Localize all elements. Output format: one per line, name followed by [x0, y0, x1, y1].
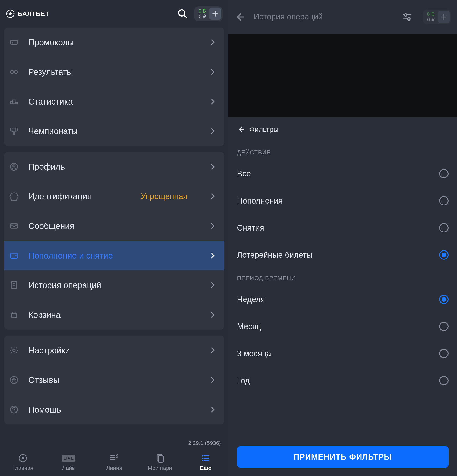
- filters-header[interactable]: Фильтры: [237, 125, 449, 134]
- menu-item-reviews[interactable]: Отзывы: [4, 365, 224, 395]
- option-label: Снятия: [237, 223, 264, 232]
- menu-item-stats[interactable]: Статистика: [4, 87, 224, 116]
- option-year[interactable]: Год: [237, 367, 449, 394]
- menu-item-label: Чемпионаты: [28, 127, 200, 136]
- menu-group: ПромокодыРезультатыСтатистикаЧемпионаты: [4, 27, 224, 146]
- option-wd[interactable]: Снятия: [237, 214, 449, 241]
- arrow-left-icon: [234, 12, 245, 22]
- section-action-label: ДЕЙСТВИЕ: [237, 149, 449, 156]
- menu-item-results[interactable]: Результаты: [4, 57, 224, 87]
- wallet-icon: [8, 250, 20, 262]
- glasses-icon: [8, 66, 20, 78]
- option-label: Год: [237, 376, 250, 385]
- trophy-icon: [8, 125, 20, 137]
- tab-more[interactable]: Еще: [183, 448, 228, 476]
- option-week[interactable]: Неделя: [237, 286, 449, 313]
- menu-item-profile[interactable]: Профиль: [4, 152, 224, 181]
- balance-main: 0 ₽: [427, 17, 435, 22]
- svg-point-20: [202, 460, 203, 461]
- tab-bar: ГлавнаяLIVEЛайвЛинияМои париЕще: [0, 448, 228, 476]
- menu-item-help[interactable]: Помощь: [4, 395, 224, 424]
- sliders-icon: [402, 12, 412, 22]
- papers-icon: [155, 453, 165, 464]
- list-check-icon: [109, 453, 119, 464]
- menu-item-label: Настройки: [28, 346, 200, 355]
- filters-title: Фильтры: [249, 125, 279, 134]
- tab-label: Лайв: [62, 465, 75, 471]
- svg-rect-17: [158, 456, 163, 462]
- menu-item-cart[interactable]: Корзина: [4, 300, 224, 330]
- menu-item-wallet[interactable]: Пополнение и снятие: [4, 241, 224, 270]
- logo-icon: [18, 453, 28, 464]
- option-3month[interactable]: 3 месяца: [237, 340, 449, 367]
- live-icon: LIVE: [62, 453, 76, 464]
- menu-item-label: Статистика: [28, 97, 200, 106]
- option-label: 3 месяца: [237, 349, 271, 358]
- option-all[interactable]: Все: [237, 160, 449, 187]
- action-options: ВсеПополненияСнятияЛотерейные билеты: [237, 160, 449, 268]
- plus-icon: [440, 13, 447, 20]
- menu-item-label: Корзина: [28, 310, 200, 320]
- mail-icon: [8, 220, 20, 232]
- option-label: Месяц: [237, 322, 261, 331]
- menu-list-icon: [201, 453, 211, 464]
- search-button[interactable]: [177, 8, 188, 19]
- tab-home[interactable]: Главная: [0, 448, 46, 476]
- menu-item-label: Отзывы: [28, 375, 200, 385]
- star-icon: [8, 374, 20, 386]
- deposit-button[interactable]: [209, 8, 221, 20]
- svg-rect-3: [11, 40, 17, 44]
- menu-group: ПрофильИдентификацияУпрощеннаяСообщенияП…: [4, 152, 224, 330]
- menu-item-ident[interactable]: ИдентификацияУпрощенная: [4, 181, 224, 211]
- menu-item-history[interactable]: История операций: [4, 270, 224, 300]
- radio-icon: [439, 295, 449, 304]
- apply-filters-button[interactable]: ПРИМЕНИТЬ ФИЛЬТРЫ: [237, 446, 449, 468]
- tab-live[interactable]: LIVEЛайв: [46, 448, 91, 476]
- arrow-left-icon: [237, 125, 245, 134]
- menu-item-label: Сообщения: [28, 221, 200, 231]
- option-label: Все: [237, 169, 251, 178]
- option-label: Пополнения: [237, 196, 283, 205]
- balance-box[interactable]: 0 Б 0 ₽: [194, 6, 223, 21]
- page-title: История операций: [254, 12, 396, 22]
- right-header: История операций 0 Б 0 ₽: [228, 0, 457, 34]
- svg-point-18: [202, 455, 203, 457]
- left-pane: БАЛТБЕТ 0 Б 0 ₽ ПромокодыРезультатыСтати…: [0, 0, 228, 476]
- option-month[interactable]: Месяц: [237, 313, 449, 340]
- svg-rect-8: [11, 224, 17, 228]
- tab-line[interactable]: Линия: [91, 448, 137, 476]
- radio-icon: [439, 376, 449, 385]
- balance-bonus: 0 Б: [198, 8, 206, 14]
- menu-groups: ПромокодыРезультатыСтатистикаЧемпионатыП…: [0, 27, 228, 448]
- version-label: 2.29.1 (5936): [188, 440, 221, 446]
- filter-toggle-button[interactable]: [402, 12, 412, 22]
- option-dep[interactable]: Пополнения: [237, 187, 449, 214]
- menu-item-msgs[interactable]: Сообщения: [4, 211, 224, 241]
- svg-point-22: [408, 18, 410, 20]
- back-button[interactable]: [234, 12, 247, 22]
- svg-point-4: [11, 70, 14, 74]
- option-lotto[interactable]: Лотерейные билеты: [237, 241, 449, 268]
- podium-icon: [8, 96, 20, 108]
- balance-values: 0 Б 0 ₽: [198, 8, 206, 19]
- balance-box-right[interactable]: 0 Б 0 ₽: [423, 9, 451, 24]
- radio-icon: [439, 322, 449, 331]
- empty-area: [228, 34, 457, 117]
- badge-icon: [8, 190, 20, 202]
- deposit-button[interactable]: [438, 11, 450, 23]
- menu-item-label: Результаты: [28, 67, 200, 77]
- brand[interactable]: БАЛТБЕТ: [6, 9, 49, 18]
- option-label: Неделя: [237, 295, 265, 304]
- menu-item-label: Помощь: [28, 405, 200, 415]
- menu-item-champ[interactable]: Чемпионаты: [4, 116, 224, 146]
- radio-icon: [439, 223, 449, 232]
- menu-item-settings[interactable]: Настройки: [4, 336, 224, 365]
- plus-icon: [212, 10, 219, 17]
- menu-item-promo[interactable]: Промокоды: [4, 27, 224, 57]
- balance-main: 0 ₽: [198, 14, 206, 19]
- tab-label: Еще: [200, 465, 211, 471]
- menu-item-label: Промокоды: [28, 38, 200, 47]
- right-pane: История операций 0 Б 0 ₽ Фильтры ДЕЙСТВИ…: [228, 0, 457, 476]
- tab-bets[interactable]: Мои пари: [137, 448, 183, 476]
- svg-point-10: [15, 255, 17, 256]
